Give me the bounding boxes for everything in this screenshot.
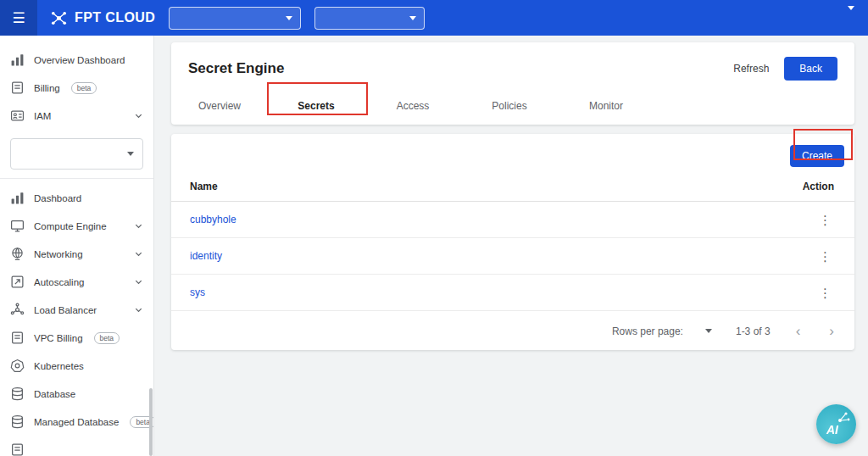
header-select-primary[interactable] (169, 7, 301, 30)
sidebar-item-managed-database[interactable]: Managed Database beta (0, 408, 153, 436)
sidebar-item-kubernetes[interactable]: Kubernetes (0, 352, 153, 380)
beta-badge: beta (94, 332, 120, 344)
ai-assistant-label: AI (816, 423, 838, 444)
chevron-down-icon (127, 152, 134, 156)
table-row: identity ⋮ (171, 238, 854, 275)
sidebar-item-compute-engine[interactable]: Compute Engine (0, 212, 153, 240)
billing-icon (10, 331, 25, 345)
bar-chart-icon (10, 191, 25, 205)
monitor-icon (10, 219, 25, 233)
sidebar-divider (0, 178, 153, 179)
molecule-icon (836, 409, 851, 425)
database-icon (10, 386, 25, 401)
chevron-down-icon (409, 16, 416, 20)
tab-secrets[interactable]: Secrets (268, 89, 364, 125)
kebab-menu-icon[interactable]: ⋮ (819, 214, 831, 226)
page-title: Secret Engine (188, 60, 284, 77)
bar-chart-icon (10, 53, 25, 67)
table-header: Name Action (171, 177, 854, 202)
account-menu-caret[interactable] (848, 10, 854, 25)
tab-access[interactable]: Access (364, 89, 461, 125)
sidebar-item-partial[interactable] (0, 436, 153, 456)
chevron-down-icon (134, 305, 143, 314)
sidebar-item-label: Load Balancer (34, 305, 97, 315)
hamburger-menu-button[interactable]: ☰ (0, 0, 37, 36)
back-button[interactable]: Back (784, 57, 837, 81)
sidebar-item-label: Billing (34, 83, 60, 93)
chevron-down-icon (134, 249, 143, 259)
brand-logo: FPT CLOUD (49, 8, 155, 28)
next-page-icon[interactable]: › (829, 324, 834, 338)
sidebar-item-label: Overview Dashboard (34, 55, 125, 65)
secrets-table-card: Create Name Action cubbyhole ⋮ identity … (171, 134, 854, 350)
database-icon (10, 414, 25, 429)
sidebar-item-autoscaling[interactable]: Autoscaling (0, 268, 153, 296)
sidebar-item-networking[interactable]: Networking (0, 240, 153, 268)
rows-per-page-label: Rows per page: (612, 325, 683, 337)
table-row: sys ⋮ (171, 275, 854, 311)
sidebar-item-overview-dashboard[interactable]: Overview Dashboard (0, 46, 153, 74)
sidebar-item-billing[interactable]: Billing beta (0, 74, 153, 102)
secret-link-identity[interactable]: identity (190, 250, 222, 262)
pagination: Rows per page: 1-3 of 3 ‹ › (171, 311, 854, 347)
chevron-down-icon (848, 6, 854, 25)
beta-badge: beta (71, 82, 97, 94)
autoscaling-icon (10, 275, 25, 289)
kebab-menu-icon[interactable]: ⋮ (819, 286, 831, 299)
sidebar-item-label: IAM (34, 111, 51, 121)
iam-icon (10, 108, 25, 123)
sidebar-item-load-balancer[interactable]: Load Balancer (0, 296, 153, 324)
brand-name: FPT CLOUD (75, 10, 155, 25)
sidebar-item-label: Networking (34, 249, 83, 259)
refresh-button[interactable]: Refresh (733, 63, 769, 75)
header-select-secondary[interactable] (314, 7, 425, 30)
pagination-range: 1-3 of 3 (736, 325, 771, 337)
previous-page-icon[interactable]: ‹ (796, 324, 801, 338)
kebab-menu-icon[interactable]: ⋮ (819, 250, 831, 263)
tab-bar: Overview Secrets Access Policies Monitor (171, 86, 854, 125)
sidebar: Overview Dashboard Billing beta IAM Dash… (0, 36, 154, 456)
sidebar-item-label: Kubernetes (34, 361, 84, 371)
globe-icon (10, 247, 25, 261)
tab-monitor[interactable]: Monitor (558, 89, 654, 125)
secret-link-cubbyhole[interactable]: cubbyhole (190, 214, 236, 225)
create-button[interactable]: Create (790, 145, 844, 167)
tab-overview[interactable]: Overview (171, 89, 268, 125)
chevron-down-icon (134, 111, 143, 120)
chevron-down-icon (134, 221, 143, 231)
main-content: Secret Engine Refresh Back Overview Secr… (154, 36, 868, 456)
kubernetes-icon (10, 359, 25, 373)
load-balancer-icon (10, 303, 25, 317)
secret-link-sys[interactable]: sys (190, 286, 205, 298)
table-row: cubbyhole ⋮ (171, 202, 854, 238)
chevron-down-icon (286, 16, 292, 20)
ai-assistant-button[interactable]: AI (816, 404, 856, 444)
hamburger-icon: ☰ (12, 9, 25, 27)
sidebar-item-label: VPC Billing (34, 333, 83, 343)
sidebar-item-label: Dashboard (34, 193, 81, 203)
fpt-cloud-logo-icon (49, 8, 69, 28)
sidebar-item-vpc-billing[interactable]: VPC Billing beta (0, 324, 153, 352)
column-header-action: Action (803, 181, 834, 192)
monitor-icon (10, 442, 25, 456)
sidebar-item-label: Compute Engine (34, 221, 107, 231)
chevron-down-icon (134, 277, 143, 286)
column-header-name: Name (190, 181, 218, 192)
sidebar-item-iam[interactable]: IAM (0, 102, 153, 130)
rows-per-page-caret[interactable] (705, 329, 712, 333)
tab-policies[interactable]: Policies (461, 89, 558, 125)
billing-icon (10, 81, 25, 95)
sidebar-item-database[interactable]: Database (0, 380, 153, 408)
project-select[interactable] (10, 138, 143, 170)
sidebar-item-dashboard[interactable]: Dashboard (0, 184, 153, 212)
sidebar-item-label: Database (34, 389, 75, 399)
sidebar-item-label: Managed Database (34, 417, 119, 427)
sidebar-scrollbar[interactable] (149, 388, 153, 456)
page-header-card: Secret Engine Refresh Back Overview Secr… (171, 42, 854, 125)
sidebar-item-label: Autoscaling (34, 277, 84, 287)
top-navigation-bar: ☰ FPT CLOUD (0, 0, 868, 36)
